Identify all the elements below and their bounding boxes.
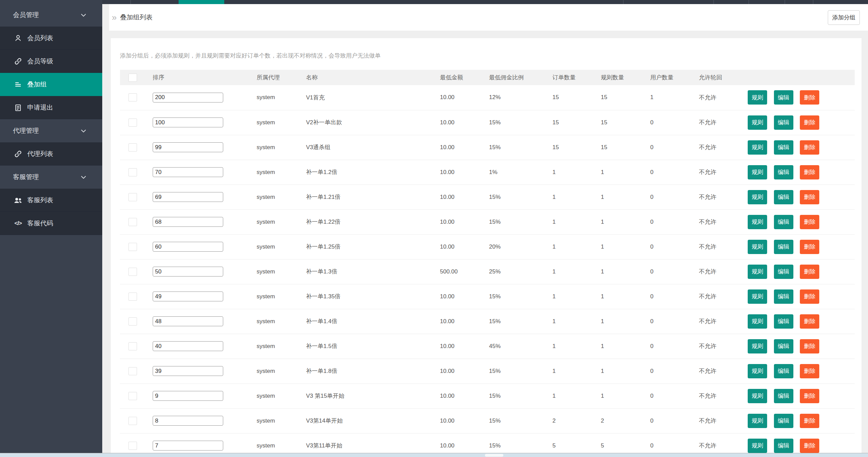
row-checkbox[interactable] bbox=[128, 193, 137, 201]
delete-button[interactable]: 删除 bbox=[800, 165, 819, 179]
tab-separator bbox=[748, 0, 749, 4]
row-checkbox[interactable] bbox=[128, 143, 137, 152]
edit-button[interactable]: 编辑 bbox=[774, 115, 793, 130]
sort-input[interactable] bbox=[153, 291, 223, 301]
rule-button[interactable]: 规则 bbox=[748, 215, 767, 229]
sidebar-item-member-level[interactable]: 会员等级 bbox=[0, 50, 102, 73]
row-checkbox[interactable] bbox=[128, 168, 137, 176]
delete-button[interactable]: 删除 bbox=[800, 389, 819, 403]
edit-button[interactable]: 编辑 bbox=[774, 339, 793, 353]
row-min-amount: 10.00 bbox=[439, 408, 488, 433]
rule-button[interactable]: 规则 bbox=[748, 90, 767, 105]
sort-input[interactable] bbox=[153, 391, 223, 401]
delete-button[interactable]: 删除 bbox=[800, 240, 819, 254]
edit-button[interactable]: 编辑 bbox=[774, 389, 793, 403]
sort-input[interactable] bbox=[153, 416, 223, 426]
rule-button[interactable]: 规则 bbox=[748, 165, 767, 179]
row-cycle: 不允许 bbox=[698, 185, 746, 209]
sort-input[interactable] bbox=[153, 93, 223, 103]
rule-button[interactable]: 规则 bbox=[748, 240, 767, 254]
sidebar-item-overlay-group[interactable]: 叠加组 bbox=[0, 73, 102, 96]
sidebar-item-service-code[interactable]: </> 客服代码 bbox=[0, 212, 102, 235]
notice-text: 添加分组后，必须添加规则，并且规则需要对应好订单个数，若出现不对称情况，会导致用… bbox=[120, 52, 381, 60]
delete-button[interactable]: 删除 bbox=[800, 115, 819, 130]
row-checkbox[interactable] bbox=[128, 218, 137, 226]
row-checkbox[interactable] bbox=[128, 243, 137, 251]
edit-button[interactable]: 编辑 bbox=[774, 314, 793, 329]
rule-button[interactable]: 规则 bbox=[748, 439, 767, 453]
row-checkbox[interactable] bbox=[128, 367, 137, 375]
sort-input[interactable] bbox=[153, 217, 223, 227]
delete-button[interactable]: 删除 bbox=[800, 289, 819, 304]
sort-input[interactable] bbox=[153, 441, 223, 451]
delete-button[interactable]: 删除 bbox=[800, 265, 819, 279]
row-checkbox[interactable] bbox=[128, 268, 137, 276]
sidebar-item-agent-list[interactable]: 代理列表 bbox=[0, 142, 102, 166]
row-checkbox[interactable] bbox=[128, 392, 137, 400]
horizontal-scrollbar-thumb[interactable] bbox=[485, 454, 503, 457]
sidebar-item-member-list[interactable]: 会员列表 bbox=[0, 27, 102, 50]
sidebar-group-agent-management[interactable]: 代理管理 bbox=[0, 119, 102, 142]
edit-button[interactable]: 编辑 bbox=[774, 364, 793, 378]
rule-button[interactable]: 规则 bbox=[748, 414, 767, 428]
edit-button[interactable]: 编辑 bbox=[774, 414, 793, 428]
delete-button[interactable]: 删除 bbox=[800, 364, 819, 378]
delete-button[interactable]: 删除 bbox=[800, 215, 819, 229]
row-checkbox[interactable] bbox=[128, 342, 137, 350]
add-group-button[interactable]: 添加分组 bbox=[828, 10, 860, 25]
delete-button[interactable]: 删除 bbox=[800, 439, 819, 453]
sort-input[interactable] bbox=[153, 267, 223, 277]
sidebar-item-service-list[interactable]: 客服列表 bbox=[0, 189, 102, 212]
sort-input[interactable] bbox=[153, 142, 223, 152]
edit-button[interactable]: 编辑 bbox=[774, 439, 793, 453]
row-min-amount: 500.00 bbox=[439, 259, 488, 284]
edit-button[interactable]: 编辑 bbox=[774, 140, 793, 155]
rule-button[interactable]: 规则 bbox=[748, 364, 767, 378]
edit-button[interactable]: 编辑 bbox=[774, 289, 793, 304]
edit-button[interactable]: 编辑 bbox=[774, 265, 793, 279]
rule-button[interactable]: 规则 bbox=[748, 339, 767, 353]
rule-button[interactable]: 规则 bbox=[748, 289, 767, 304]
row-checkbox[interactable] bbox=[128, 317, 137, 326]
rule-button[interactable]: 规则 bbox=[748, 389, 767, 403]
rule-button[interactable]: 规则 bbox=[748, 190, 767, 204]
delete-button[interactable]: 删除 bbox=[800, 314, 819, 329]
sidebar-item-apply-exit[interactable]: 申请退出 bbox=[0, 96, 102, 119]
rule-button[interactable]: 规则 bbox=[748, 265, 767, 279]
delete-button[interactable]: 删除 bbox=[800, 339, 819, 353]
row-checkbox[interactable] bbox=[128, 119, 137, 127]
delete-button[interactable]: 删除 bbox=[800, 90, 819, 105]
active-page-tab[interactable] bbox=[179, 0, 224, 4]
sort-input[interactable] bbox=[153, 341, 223, 351]
sort-input[interactable] bbox=[153, 192, 223, 202]
sidebar-group-label: 会员管理 bbox=[13, 11, 39, 19]
edit-button[interactable]: 编辑 bbox=[774, 215, 793, 229]
row-orders: 1 bbox=[551, 259, 599, 284]
row-checkbox[interactable] bbox=[128, 93, 137, 101]
select-all-checkbox[interactable] bbox=[128, 74, 137, 82]
edit-button[interactable]: 编辑 bbox=[774, 165, 793, 179]
edit-button[interactable]: 编辑 bbox=[774, 190, 793, 204]
delete-button[interactable]: 删除 bbox=[800, 140, 819, 155]
sort-input[interactable] bbox=[153, 316, 223, 326]
sort-input[interactable] bbox=[153, 366, 223, 376]
row-checkbox[interactable] bbox=[128, 293, 137, 301]
row-commission: 15% bbox=[488, 309, 551, 334]
rule-button[interactable]: 规则 bbox=[748, 140, 767, 155]
delete-button[interactable]: 删除 bbox=[800, 414, 819, 428]
delete-button[interactable]: 删除 bbox=[800, 190, 819, 204]
sort-input[interactable] bbox=[153, 117, 223, 127]
rule-button[interactable]: 规则 bbox=[748, 314, 767, 329]
rule-button[interactable]: 规则 bbox=[748, 115, 767, 130]
sidebar-group-member-management[interactable]: 会员管理 bbox=[0, 3, 102, 27]
sort-input[interactable] bbox=[153, 167, 223, 177]
sort-input[interactable] bbox=[153, 242, 223, 252]
edit-button[interactable]: 编辑 bbox=[774, 240, 793, 254]
row-checkbox[interactable] bbox=[128, 417, 137, 425]
row-checkbox[interactable] bbox=[128, 442, 137, 450]
chevron-down-icon bbox=[79, 173, 88, 182]
horizontal-scrollbar[interactable] bbox=[0, 453, 868, 457]
content-card: 添加分组后，必须添加规则，并且规则需要对应好订单个数，若出现不对称情况，会导致用… bbox=[111, 38, 862, 453]
edit-button[interactable]: 编辑 bbox=[774, 90, 793, 105]
sidebar-group-service-management[interactable]: 客服管理 bbox=[0, 166, 102, 189]
